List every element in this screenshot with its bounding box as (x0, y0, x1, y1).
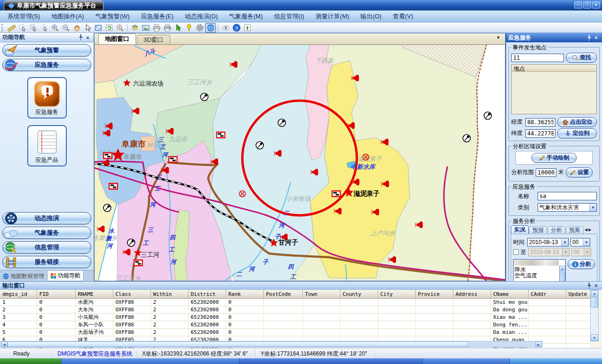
close-icon[interactable]: × (593, 35, 600, 40)
analysis-range-input[interactable] (536, 168, 556, 177)
tab-scroll-left-icon[interactable]: ◀ (584, 228, 588, 232)
column-header-Update[interactable]: Update (566, 290, 591, 299)
tab-analysis[interactable]: 分析 (547, 226, 565, 234)
tab-plan[interactable]: 预案 (566, 226, 584, 234)
list-scrollbar[interactable]: ▲ (559, 266, 565, 281)
table-row[interactable]: 50大面场子沟OXFF8626523020000Da mian ... (0, 329, 591, 336)
column-header-Town[interactable]: Town (302, 290, 340, 299)
column-header-District[interactable]: District (188, 290, 226, 299)
column-header-County[interactable]: County (340, 290, 378, 299)
pin-icon[interactable]: ╄ (77, 34, 84, 40)
tab-function-nav[interactable]: 功能导航 (47, 271, 84, 281)
column-header-dmgis_id[interactable]: dmgis_id (0, 290, 37, 299)
click-locate-button[interactable]: 点击定位 (557, 117, 597, 127)
menu-item-6[interactable]: 信息管理(I) (269, 12, 310, 21)
locate-to-button[interactable]: 定位到 (557, 128, 597, 138)
scroll-right-icon[interactable]: ▶ (535, 341, 542, 347)
toolbar-grip[interactable] (1, 24, 4, 32)
output-horizontal-scrollbar[interactable]: ◀ ▶ (0, 341, 542, 348)
close-icon[interactable]: × (84, 35, 91, 40)
station-marker-icon[interactable] (127, 239, 135, 246)
nav-group-info-management[interactable]: 信息管理 (2, 241, 91, 253)
column-header-PostCode[interactable]: PostCode (263, 290, 302, 299)
menu-item-0[interactable]: 系统管理(S) (2, 12, 46, 21)
column-header-City[interactable]: City (378, 290, 415, 299)
hour-to-dropdown[interactable]: 00 ▼ (571, 248, 591, 256)
print-icon[interactable] (151, 23, 162, 32)
pin-icon[interactable]: ╄ (586, 283, 593, 289)
scroll-thumb[interactable] (8, 341, 468, 347)
full-extent-icon[interactable] (93, 23, 103, 32)
maximize-button[interactable]: □ (583, 1, 591, 8)
settings-gear-icon[interactable] (194, 23, 205, 32)
location-keyword-input[interactable] (511, 54, 564, 62)
flag-marker-icon[interactable] (332, 191, 341, 197)
measure-icon[interactable] (6, 23, 17, 32)
column-header-Class[interactable]: Class (113, 290, 150, 299)
scroll-left-icon[interactable]: ◀ (1, 341, 8, 347)
menu-item-3[interactable]: 应急服务(E) (135, 12, 179, 21)
list-item-air-temperature[interactable]: 空气温度 (514, 273, 565, 279)
flag-marker-icon[interactable] (103, 153, 112, 158)
column-header-RNAME[interactable]: RNAME (75, 290, 113, 299)
set-range-button[interactable]: 设置 (566, 167, 593, 177)
service-name-input[interactable] (538, 192, 597, 200)
location-list-header[interactable]: 地点 (511, 64, 597, 72)
dropdown-arrow-icon[interactable]: ▼ (589, 204, 596, 211)
location-list[interactable] (511, 72, 597, 114)
tab-map-window[interactable]: 地图窗口 (98, 33, 136, 44)
nav-group-emergency-service[interactable]: 应急服务 (2, 59, 91, 71)
taskbar-segment[interactable] (61, 358, 239, 364)
flag-marker-icon[interactable] (109, 183, 118, 189)
taskbar-segment[interactable] (239, 358, 422, 364)
pan-icon[interactable] (71, 23, 82, 32)
dropdown-arrow-icon[interactable]: ▼ (561, 238, 568, 246)
refresh-icon[interactable] (103, 23, 114, 32)
menu-item-1[interactable]: 地图操作(A) (46, 12, 89, 21)
select-arrow-icon[interactable] (17, 23, 28, 32)
print-setup-icon[interactable] (162, 23, 173, 32)
longitude-input[interactable] (525, 118, 555, 127)
station-marker-icon[interactable] (278, 119, 285, 127)
tab-forecast[interactable]: 预报 (529, 226, 547, 234)
flag-marker-icon[interactable] (134, 260, 143, 266)
station-marker-icon[interactable] (256, 142, 263, 149)
station-marker-icon[interactable] (484, 112, 491, 119)
dropdown-arrow-icon[interactable]: ▼ (583, 238, 590, 246)
minimize-button[interactable]: ─ (574, 1, 582, 8)
flag-marker-icon[interactable] (216, 132, 225, 138)
nav-group-dynamic-deduction[interactable]: 动态推演 (2, 212, 91, 224)
menu-item-2[interactable]: 气象预警(W) (90, 12, 135, 21)
legend-icon[interactable] (242, 23, 253, 32)
flag-marker-icon[interactable] (169, 157, 177, 162)
select-polygon-icon[interactable] (39, 23, 49, 32)
column-header-Provice[interactable]: Provice (415, 290, 453, 299)
globe-icon[interactable] (205, 23, 216, 32)
emergency-product-button[interactable]: 应急产品 (27, 125, 67, 166)
table-row[interactable]: 10水磨沟OXFF8626523020000Shui mo gou (0, 299, 591, 306)
column-header-CName[interactable]: CName (491, 290, 528, 299)
column-header-Within[interactable]: Within (150, 290, 188, 299)
select-feature-icon[interactable] (173, 23, 183, 32)
analyze-button[interactable]: 分析 (568, 259, 595, 269)
scroll-down-icon[interactable]: ▼ (591, 334, 598, 341)
nav-group-service-links[interactable]: 服务链接 (2, 256, 91, 268)
scroll-up-icon[interactable]: ▲ (560, 266, 565, 271)
select-box-icon[interactable] (28, 23, 39, 32)
to-checkbox[interactable] (513, 249, 519, 255)
nav-group-weather-service[interactable]: 气象服务 (2, 227, 91, 239)
scroll-thumb[interactable] (591, 297, 598, 308)
column-header-Address[interactable]: Address (453, 290, 491, 299)
menu-item-9[interactable]: 查看(V) (387, 12, 419, 21)
taskbar-segment[interactable] (422, 358, 509, 364)
latitude-input[interactable] (525, 129, 555, 138)
scroll-thumb[interactable] (560, 272, 565, 281)
tab-live[interactable]: 实况 (511, 225, 529, 234)
emergency-service-button[interactable]: 应急服务 (27, 77, 67, 119)
date-dropdown[interactable]: 2010-08-13 ▼ (527, 238, 569, 246)
menu-item-8[interactable]: 输出(O) (355, 12, 387, 21)
hour-dropdown[interactable]: 00 ▼ (570, 238, 590, 246)
zoom-query-icon[interactable] (114, 23, 125, 32)
pointer-icon[interactable] (82, 23, 93, 32)
menu-item-4[interactable]: 动态推演(D) (179, 12, 223, 21)
